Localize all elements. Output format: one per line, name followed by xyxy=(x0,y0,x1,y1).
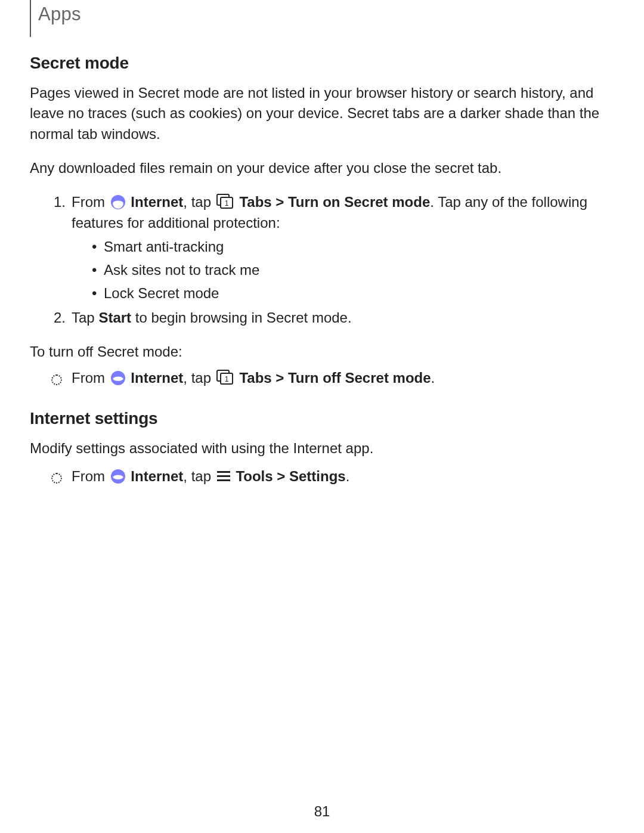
secret-mode-para2: Any downloaded files remain on your devi… xyxy=(30,158,614,179)
internet-settings-step: From Internet, tap Tools > Settings. xyxy=(54,466,614,487)
tabs-path-off: Tabs > Turn off Secret mode xyxy=(239,370,431,386)
svg-text:1: 1 xyxy=(224,199,228,208)
secret-mode-heading: Secret mode xyxy=(30,51,614,76)
step-text-after-app: , tap xyxy=(183,468,215,484)
secret-mode-steps: 1. From Internet, tap 1 xyxy=(30,192,614,329)
svg-rect-9 xyxy=(217,471,230,473)
dotted-circle-icon xyxy=(51,374,62,385)
dotted-bullet xyxy=(51,370,62,391)
tabs-icon: 1 xyxy=(216,370,234,385)
step-text-pre: From xyxy=(72,468,109,484)
secret-mode-step-2: 2. Tap Start to begin browsing in Secret… xyxy=(54,308,614,329)
tools-path: Tools > Settings xyxy=(236,468,345,484)
turn-off-intro: To turn off Secret mode: xyxy=(30,342,614,363)
turn-off-steps: From Internet, tap 1 Tabs > Turn off S xyxy=(30,368,614,389)
step-number: 2. xyxy=(54,308,66,329)
page-header: Apps xyxy=(30,0,614,35)
dotted-bullet xyxy=(51,469,62,490)
app-name-internet: Internet xyxy=(131,370,183,386)
list-item: Lock Secret mode xyxy=(92,283,614,304)
page-number: 81 xyxy=(0,803,644,820)
svg-rect-11 xyxy=(217,479,230,481)
step-text-after-app: , tap xyxy=(183,194,215,210)
dotted-circle-icon xyxy=(51,473,62,484)
list-item: Ask sites not to track me xyxy=(92,260,614,281)
step-text-pre: From xyxy=(72,194,109,210)
step-text-tail: to begin browsing in Secret mode. xyxy=(131,309,352,326)
turn-off-step: From Internet, tap 1 Tabs > Turn off S xyxy=(54,368,614,389)
header-divider xyxy=(30,0,31,37)
internet-settings-heading: Internet settings xyxy=(30,407,614,431)
secret-mode-sub-bullets: Smart anti-tracking Ask sites not to tra… xyxy=(72,237,614,304)
internet-icon xyxy=(110,469,126,484)
internet-icon xyxy=(110,194,126,210)
internet-settings-para: Modify settings associated with using th… xyxy=(30,438,614,459)
secret-mode-para1: Pages viewed in Secret mode are not list… xyxy=(30,83,614,145)
tabs-icon: 1 xyxy=(216,194,234,209)
step-text-after-app: , tap xyxy=(183,370,215,386)
internet-icon xyxy=(110,370,126,386)
step-number: 1. xyxy=(54,192,66,213)
step-text-tail: . xyxy=(346,468,350,484)
svg-rect-10 xyxy=(217,475,230,477)
list-item: Smart anti-tracking xyxy=(92,237,614,258)
start-label: Start xyxy=(98,309,131,326)
step-text-pre: From xyxy=(72,370,109,386)
breadcrumb: Apps xyxy=(38,4,81,25)
svg-text:1: 1 xyxy=(224,375,228,383)
secret-mode-step-1: 1. From Internet, tap 1 xyxy=(54,192,614,304)
app-name-internet: Internet xyxy=(131,194,183,210)
tabs-path-on: Tabs > Turn on Secret mode xyxy=(239,194,430,210)
step-text-pre: Tap xyxy=(72,309,98,326)
app-name-internet: Internet xyxy=(131,468,183,484)
internet-settings-steps: From Internet, tap Tools > Settings. xyxy=(30,466,614,487)
tools-icon xyxy=(216,470,231,482)
step-text-tail: . xyxy=(431,370,435,386)
